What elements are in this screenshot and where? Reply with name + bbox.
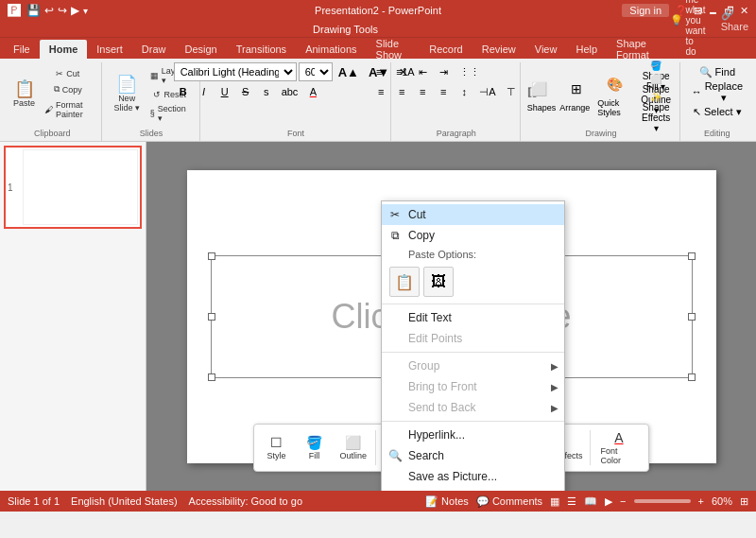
tab-slideshow[interactable]: Slide Show — [367, 40, 421, 59]
save-icon[interactable]: 💾 — [26, 4, 41, 17]
text-direction-button[interactable]: ⊣A — [475, 82, 499, 101]
mini-outline-button[interactable]: ⬜ Outline — [335, 428, 372, 467]
increase-indent-button[interactable]: ⇥ — [435, 62, 454, 81]
select-icon: ↖ — [693, 106, 701, 118]
tab-animations[interactable]: Animations — [296, 40, 366, 59]
view-normal-icon[interactable]: ▦ — [550, 495, 559, 508]
font-color-button[interactable]: A — [303, 82, 322, 101]
cut-button[interactable]: ✂Cut — [41, 67, 94, 80]
decrease-indent-button[interactable]: ⇤ — [414, 62, 433, 81]
customize-icon[interactable]: ▾ — [83, 6, 88, 16]
signin-button[interactable]: Sign in — [622, 4, 669, 17]
paste-picture-btn[interactable]: 🖼 — [423, 267, 454, 297]
view-reading-icon[interactable]: 📖 — [584, 495, 597, 508]
strikethrough-button[interactable]: S — [236, 82, 255, 101]
spacing-button[interactable]: abc — [278, 82, 302, 101]
context-menu-send-back[interactable]: Send to Back ▶ — [382, 397, 564, 418]
notes-button[interactable]: 📝 Notes — [425, 495, 469, 508]
handle-tl[interactable] — [208, 252, 215, 260]
format-painter-button[interactable]: 🖌Format Painter — [41, 98, 94, 121]
slide-thumbnail-1[interactable]: 1 — [4, 146, 142, 229]
underline-button[interactable]: U — [215, 82, 234, 101]
tab-draw[interactable]: Draw — [132, 40, 176, 59]
handle-ml[interactable] — [208, 313, 215, 321]
editing-group: 🔍 Find ↔ Replace ▾ ↖ Select ▾ Editing — [682, 62, 752, 141]
paste-keep-source-btn[interactable]: 📋 — [389, 267, 420, 297]
copy-button[interactable]: ⧉Copy — [41, 82, 94, 96]
handle-tr[interactable] — [688, 252, 696, 260]
quick-styles-button[interactable]: 🎨 — [597, 72, 631, 96]
tab-review[interactable]: Review — [472, 40, 525, 59]
bold-button[interactable]: B — [174, 82, 193, 101]
new-slide-button[interactable]: 📄 New Slide ▾ — [110, 66, 145, 123]
font-row2: B I U S s abc A — [174, 82, 323, 101]
italic-button[interactable]: I — [195, 82, 214, 101]
view-slideshow-icon[interactable]: ▶ — [605, 495, 612, 508]
context-menu-edit-text[interactable]: Edit Text — [382, 307, 564, 328]
line-spacing-button[interactable]: ↕ — [455, 82, 473, 101]
find-button[interactable]: 🔍 Find — [696, 62, 739, 81]
context-menu-edit-points[interactable]: Edit Points — [382, 328, 564, 349]
mini-font-color-button[interactable]: A Font Color — [594, 428, 643, 467]
context-menu-group[interactable]: Group ▶ — [382, 356, 564, 376]
context-menu-cut[interactable]: ✂ Cut — [382, 204, 564, 225]
paste-button[interactable]: 📋 Paste — [9, 66, 39, 123]
comments-button[interactable]: 💬 Comments — [476, 495, 542, 508]
context-menu-copy[interactable]: ⧉ Copy — [382, 225, 564, 246]
language-status[interactable]: English (United States) — [71, 495, 178, 507]
tab-design[interactable]: Design — [175, 40, 226, 59]
increase-font-size-button[interactable]: A▲ — [335, 62, 363, 81]
redo-icon[interactable]: ↪ — [58, 4, 67, 17]
context-menu-save-picture[interactable]: Save as Picture... — [382, 466, 564, 487]
fit-slide-button[interactable]: ⊞ — [740, 495, 748, 508]
handle-bl[interactable] — [208, 373, 215, 381]
zoom-in-icon[interactable]: + — [698, 495, 704, 507]
view-outline-icon[interactable]: ☰ — [567, 495, 576, 508]
slide-canvas-area[interactable]: Click to add title ✂ Cut ⧉ Copy Paste Op… — [146, 142, 756, 491]
text-align-vert-button[interactable]: ⊤ — [502, 82, 521, 101]
font-family-select[interactable]: Calibri Light (Headings) — [174, 62, 297, 81]
arrange-btn-area: ⊞ Arrange — [559, 77, 593, 113]
context-menu-bring-front[interactable]: Bring to Front ▶ — [382, 376, 564, 397]
tab-transitions[interactable]: Transitions — [227, 40, 296, 59]
share-icon[interactable]: 🔗 Share — [721, 9, 748, 32]
tab-record[interactable]: Record — [420, 40, 472, 59]
tab-shape-format[interactable]: Shape Format — [607, 40, 669, 59]
outline-mini-icon: ⬜ — [345, 435, 361, 450]
shapes-button[interactable]: ⬜ — [527, 77, 552, 101]
tab-help[interactable]: Help — [566, 40, 607, 59]
tab-home[interactable]: Home — [40, 40, 88, 59]
context-menu-search[interactable]: 🔍 Search — [382, 445, 564, 466]
handle-br[interactable] — [688, 373, 696, 381]
shape-effects-button[interactable]: ✨ Shape Effects ▾ — [637, 104, 675, 121]
align-left-button[interactable]: ≡ — [371, 82, 390, 101]
zoom-slider[interactable] — [634, 499, 691, 503]
mini-style-button[interactable]: ☐ Style — [260, 428, 294, 467]
context-menu-hyperlink[interactable]: Hyperlink... — [382, 425, 564, 445]
tab-file[interactable]: File — [4, 40, 40, 59]
font-size-select[interactable]: 60 — [299, 62, 333, 81]
tab-view[interactable]: View — [525, 40, 567, 59]
numbering-button[interactable]: ≡1 — [392, 62, 412, 81]
shadow-button[interactable]: s — [257, 82, 276, 101]
handle-mr[interactable] — [688, 313, 696, 321]
paragraph-group-content: ≡• ≡1 ⇤ ⇥ ⋮⋮ ≡ ≡ ≡ ≡ ↕ ⊣A ⊤ ⟦⟧ — [371, 62, 541, 126]
text-columns-button[interactable]: ⋮⋮ — [455, 62, 484, 81]
zoom-out-icon[interactable]: − — [620, 495, 626, 507]
context-menu-translate[interactable]: 🌐 Translate — [382, 487, 564, 491]
arrange-button[interactable]: ⊞ — [559, 77, 593, 101]
zoom-level[interactable]: 60% — [712, 495, 732, 507]
tell-me-input[interactable]: Tell me what you want to do — [686, 0, 706, 57]
align-right-button[interactable]: ≡ — [413, 82, 432, 101]
mini-separator-1 — [375, 430, 376, 465]
select-button[interactable]: ↖ Select ▾ — [689, 102, 746, 121]
present-icon[interactable]: ▶ — [71, 4, 79, 17]
align-center-button[interactable]: ≡ — [392, 82, 411, 101]
mini-fill-button[interactable]: 🪣 Fill — [298, 428, 332, 467]
context-menu-paste-options: 📋 🖼 — [382, 263, 564, 301]
undo-icon[interactable]: ↩ — [44, 4, 54, 17]
bullets-button[interactable]: ≡• — [371, 62, 390, 81]
tab-insert[interactable]: Insert — [87, 40, 132, 59]
justify-button[interactable]: ≡ — [434, 82, 453, 101]
replace-button[interactable]: ↔ Replace ▾ — [688, 82, 747, 101]
